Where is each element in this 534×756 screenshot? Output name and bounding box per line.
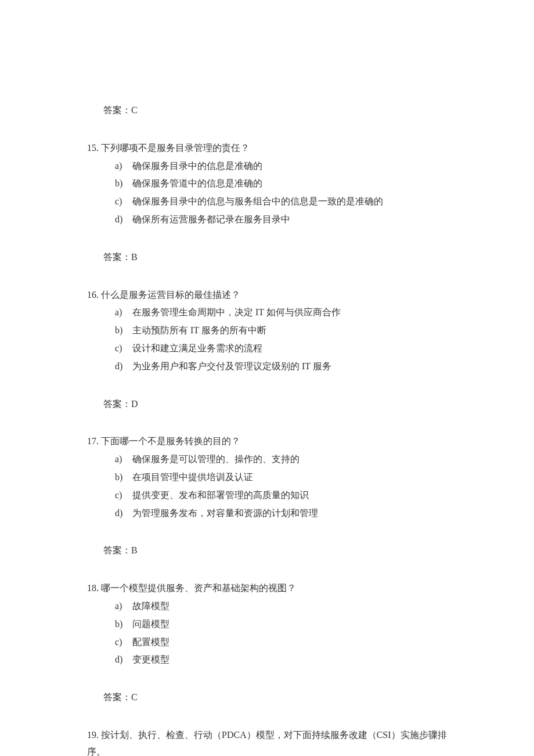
- question-stem: 哪一个模型提供服务、资产和基础架构的视图？: [101, 583, 296, 593]
- answer-15: 答案：B: [103, 249, 447, 266]
- option-d: d)变更模型: [115, 651, 447, 668]
- answer-18: 答案：C: [103, 689, 447, 706]
- question-number: 15.: [87, 143, 99, 153]
- question-number: 19.: [87, 730, 99, 740]
- option-c: c)配置模型: [115, 634, 447, 651]
- option-text: 提供变更、发布和部署管理的高质量的知识: [132, 490, 309, 500]
- answer-prefix: 答案：: [103, 399, 131, 409]
- option-c: c)确保服务目录中的信息与服务组合中的信息是一致的是准确的: [115, 193, 447, 210]
- question-stem: 按计划、执行、检查、行动（PDCA）模型，对下面持续服务改建（CSI）实施步骤排…: [87, 730, 447, 756]
- option-b: b)在项目管理中提供培训及认证: [115, 469, 447, 486]
- answer-value: B: [131, 545, 138, 555]
- option-letter: d): [115, 211, 132, 228]
- option-text: 主动预防所有 IT 服务的所有中断: [132, 325, 266, 335]
- question-text: 17. 下面哪一个不是服务转换的目的？: [87, 433, 447, 450]
- option-text: 确保服务是可以管理的、操作的、支持的: [132, 454, 300, 464]
- options-list: a)故障模型 b)问题模型 c)配置模型 d)变更模型: [87, 598, 447, 668]
- question-19: 19. 按计划、执行、检查、行动（PDCA）模型，对下面持续服务改建（CSI）实…: [87, 727, 447, 756]
- option-b: b)主动预防所有 IT 服务的所有中断: [115, 322, 447, 339]
- question-stem: 下列哪项不是服务目录管理的责任？: [101, 143, 250, 153]
- option-b: b)问题模型: [115, 616, 447, 633]
- options-list: a)确保服务目录中的信息是准确的 b)确保服务管道中的信息是准确的 c)确保服务…: [87, 158, 447, 228]
- options-list: a)确保服务是可以管理的、操作的、支持的 b)在项目管理中提供培训及认证 c)提…: [87, 451, 447, 521]
- option-d: d)为管理服务发布，对容量和资源的计划和管理: [115, 505, 447, 522]
- option-letter: c): [115, 634, 132, 651]
- options-list: a)在服务管理生命周期中，决定 IT 如何与供应商合作 b)主动预防所有 IT …: [87, 304, 447, 375]
- option-text: 问题模型: [132, 619, 169, 629]
- option-d: d)为业务用户和客户交付及管理议定级别的 IT 服务: [115, 358, 447, 375]
- question-18: 18. 哪一个模型提供服务、资产和基础架构的视图？ a)故障模型 b)问题模型 …: [87, 580, 447, 668]
- option-letter: a): [115, 598, 132, 615]
- question-text: 18. 哪一个模型提供服务、资产和基础架构的视图？: [87, 580, 447, 597]
- question-number: 16.: [87, 290, 99, 300]
- option-a: a)故障模型: [115, 598, 447, 615]
- question-text: 19. 按计划、执行、检查、行动（PDCA）模型，对下面持续服务改建（CSI）实…: [87, 727, 447, 756]
- answer-14: 答案：C: [103, 102, 447, 119]
- option-text: 确保服务管道中的信息是准确的: [132, 178, 262, 188]
- option-text: 在项目管理中提供培训及认证: [132, 472, 253, 482]
- option-letter: c): [115, 193, 132, 210]
- question-number: 17.: [87, 436, 99, 446]
- question-number: 18.: [87, 583, 99, 593]
- question-text: 16. 什么是服务运营目标的最佳描述？: [87, 287, 447, 304]
- answer-17: 答案：B: [103, 542, 447, 559]
- option-text: 变更模型: [132, 654, 169, 664]
- option-text: 确保服务目录中的信息与服务组合中的信息是一致的是准确的: [132, 196, 383, 206]
- option-letter: d): [115, 358, 132, 375]
- question-16: 16. 什么是服务运营目标的最佳描述？ a)在服务管理生命周期中，决定 IT 如…: [87, 287, 447, 375]
- option-letter: b): [115, 469, 132, 486]
- answer-prefix: 答案：: [103, 105, 131, 115]
- answer-prefix: 答案：: [103, 692, 131, 702]
- option-letter: d): [115, 651, 132, 668]
- option-a: a)确保服务目录中的信息是准确的: [115, 158, 447, 175]
- option-letter: b): [115, 175, 132, 192]
- option-a: a)在服务管理生命周期中，决定 IT 如何与供应商合作: [115, 304, 447, 321]
- option-text: 为业务用户和客户交付及管理议定级别的 IT 服务: [132, 361, 331, 371]
- question-15: 15. 下列哪项不是服务目录管理的责任？ a)确保服务目录中的信息是准确的 b)…: [87, 140, 447, 228]
- option-letter: c): [115, 487, 132, 504]
- option-letter: c): [115, 340, 132, 357]
- option-letter: b): [115, 616, 132, 633]
- option-c: c)设计和建立满足业务需求的流程: [115, 340, 447, 357]
- answer-prefix: 答案：: [103, 545, 131, 555]
- answer-16: 答案：D: [103, 396, 447, 413]
- question-stem: 什么是服务运营目标的最佳描述？: [101, 290, 240, 300]
- option-letter: a): [115, 304, 132, 321]
- option-text: 确保服务目录中的信息是准确的: [132, 161, 262, 171]
- answer-value: C: [131, 692, 138, 702]
- option-text: 设计和建立满足业务需求的流程: [132, 343, 262, 353]
- option-letter: d): [115, 505, 132, 522]
- option-letter: b): [115, 322, 132, 339]
- option-letter: a): [115, 451, 132, 468]
- option-b: b)确保服务管道中的信息是准确的: [115, 175, 447, 192]
- question-text: 15. 下列哪项不是服务目录管理的责任？: [87, 140, 447, 157]
- question-stem: 下面哪一个不是服务转换的目的？: [101, 436, 240, 446]
- option-c: c)提供变更、发布和部署管理的高质量的知识: [115, 487, 447, 504]
- option-text: 配置模型: [132, 637, 169, 647]
- option-text: 确保所有运营服务都记录在服务目录中: [132, 214, 290, 224]
- option-letter: a): [115, 158, 132, 175]
- answer-value: C: [131, 105, 138, 115]
- option-text: 为管理服务发布，对容量和资源的计划和管理: [132, 508, 318, 518]
- answer-prefix: 答案：: [103, 252, 131, 262]
- option-text: 在服务管理生命周期中，决定 IT 如何与供应商合作: [132, 307, 341, 317]
- answer-value: D: [131, 399, 138, 409]
- question-17: 17. 下面哪一个不是服务转换的目的？ a)确保服务是可以管理的、操作的、支持的…: [87, 433, 447, 521]
- option-a: a)确保服务是可以管理的、操作的、支持的: [115, 451, 447, 468]
- answer-value: B: [131, 252, 138, 262]
- option-d: d)确保所有运营服务都记录在服务目录中: [115, 211, 447, 228]
- option-text: 故障模型: [132, 601, 169, 611]
